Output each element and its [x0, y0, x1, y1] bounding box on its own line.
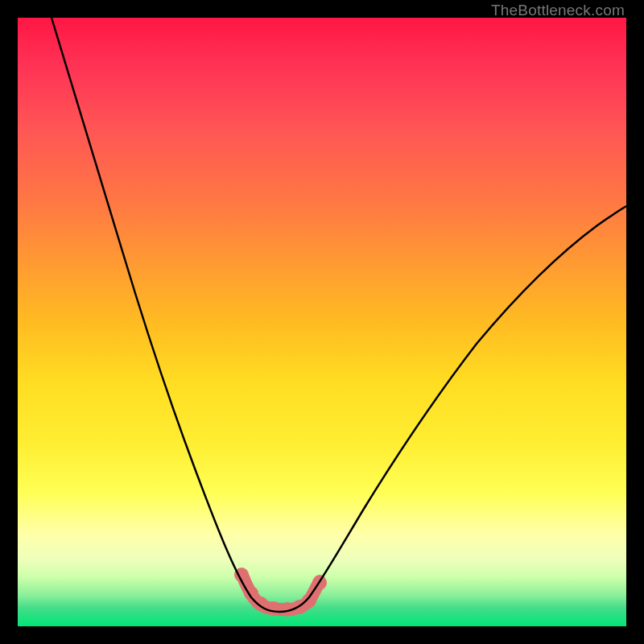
chart-area [18, 18, 626, 626]
watermark-text: TheBottleneck.com [491, 2, 625, 19]
marker-dot [302, 593, 316, 608]
bottleneck-curve-line [52, 18, 626, 612]
marker-dot [266, 601, 281, 616]
curve-overlay [18, 18, 626, 626]
